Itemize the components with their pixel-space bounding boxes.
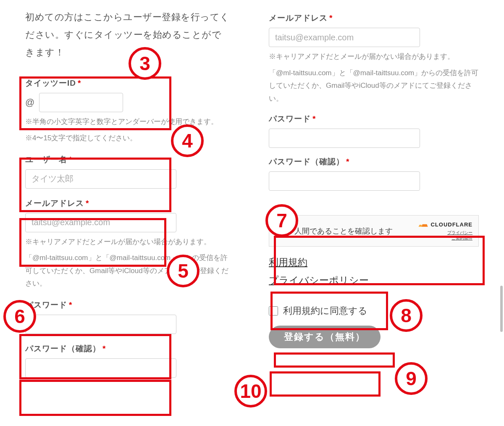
captcha-checkbox[interactable] (275, 225, 288, 237)
hint-email-left-1: ※キャリアメアドだとメールが届かない場合があります。 (25, 236, 231, 249)
hint-email-left-2: 「@ml-taittsuu.com」と「@mail-taittsuu.com」か… (25, 252, 231, 290)
field-email-right: メールアドレス* ※キャリアメアドだとメールが届かない場合があります。 「@ml… (269, 13, 479, 105)
label-email-left: メールアドレス* (25, 198, 231, 209)
input-username[interactable] (25, 169, 176, 189)
cloudflare-turnstile[interactable]: 人間であることを確認します CLOUDFLARE プライバシー ご契約条件 (269, 215, 479, 247)
agree-checkbox[interactable] (269, 306, 278, 316)
label-password-confirm-left: パスワード（確認）* (25, 343, 231, 354)
input-email-right[interactable] (269, 28, 420, 47)
label-password-left: パスワード* (25, 300, 231, 310)
hint-email-right-2: 「@ml-taittsuu.com」と「@mail-taittsuu.com」か… (269, 67, 479, 105)
hint-id-2: ※4〜15文字で指定してください。 (25, 132, 231, 145)
input-email-left[interactable] (25, 213, 176, 232)
terms-link[interactable]: 利用規約 (269, 256, 479, 269)
label-password-right: パスワード* (269, 113, 479, 124)
input-taittsuid[interactable] (39, 93, 123, 112)
required-mark: * (78, 79, 81, 87)
input-password-confirm-left[interactable] (25, 358, 176, 378)
cloudflare-icon (417, 221, 429, 228)
cloudflare-logo: CLOUDFLARE (417, 221, 472, 228)
input-password-left[interactable] (25, 315, 176, 334)
agree-row[interactable]: 利用規約に同意する (269, 305, 479, 317)
at-prefix: @ (25, 97, 34, 108)
captcha-privacy-link[interactable]: プライバシー (417, 230, 472, 235)
field-taittsuid: タイッツーID* @ ※半角の小文字英字と数字とアンダーバーが使用できます。 ※… (25, 78, 231, 145)
agree-label: 利用規約に同意する (283, 305, 368, 317)
hint-email-right-1: ※キャリアメアドだとメールが届かない場合があります。 (269, 50, 479, 63)
captcha-terms-link[interactable]: ご契約条件 (417, 235, 472, 241)
policy-links: 利用規約 プライバシーポリシー (269, 256, 479, 287)
field-password-right: パスワード* (269, 113, 479, 148)
hint-id-1: ※半角の小文字英字と数字とアンダーバーが使用できます。 (25, 116, 231, 129)
input-password-confirm-right[interactable] (269, 171, 420, 191)
field-password-confirm-right: パスワード（確認）* (269, 156, 479, 191)
input-password-right[interactable] (269, 129, 420, 148)
submit-button[interactable]: 登録する（無料） (269, 326, 381, 348)
field-username: ユーザー名* (25, 154, 231, 189)
label-username: ユーザー名* (25, 154, 231, 165)
scrollbar-thumb[interactable] (500, 286, 503, 332)
privacy-link[interactable]: プライバシーポリシー (269, 274, 479, 287)
field-password-left: パスワード* (25, 300, 231, 334)
label-taittsuid: タイッツーID* (25, 78, 231, 89)
field-password-confirm-left: パスワード（確認）* (25, 343, 231, 378)
captcha-text: 人間であることを確認します (294, 226, 417, 236)
label-email-right: メールアドレス* (269, 13, 479, 24)
field-email-left: メールアドレス* ※キャリアメアドだとメールが届かない場合があります。 「@ml… (25, 198, 231, 290)
intro-text: 初めての方はここからユーザー登録を行ってください。すぐにタイッツーを始めることが… (25, 8, 231, 61)
label-password-confirm-right: パスワード（確認）* (269, 156, 479, 167)
